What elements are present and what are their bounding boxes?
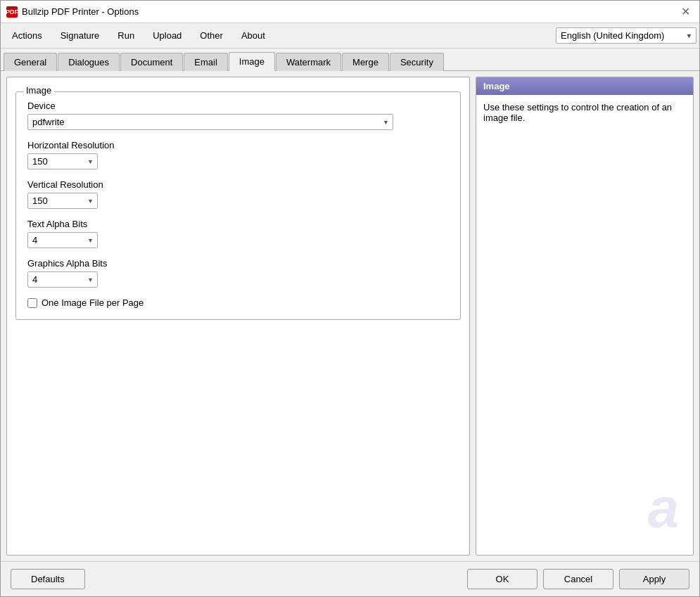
menu-other[interactable]: Other [191, 27, 231, 44]
h-res-label: Horizontal Resolution [27, 140, 449, 150]
text-alpha-select[interactable]: 1 2 4 [27, 232, 98, 248]
menu-run[interactable]: Run [109, 27, 143, 44]
one-image-row: One Image File per Page [27, 297, 449, 308]
app-icon: PDF [6, 6, 18, 18]
tab-dialogues[interactable]: Dialogues [58, 53, 120, 71]
device-row: Device pdfwrite jpeg png tiff bmp [27, 101, 449, 130]
tab-document[interactable]: Document [120, 53, 183, 71]
right-panel: Image Use these settings to control the … [476, 77, 694, 556]
tab-merge[interactable]: Merge [342, 53, 389, 71]
h-res-select[interactable]: 72 96 150 200 300 600 [27, 153, 98, 169]
tab-watermark[interactable]: Watermark [276, 53, 341, 71]
menu-upload[interactable]: Upload [144, 27, 190, 44]
device-select[interactable]: pdfwrite jpeg png tiff bmp [27, 114, 393, 130]
watermark-icon: a [648, 476, 680, 541]
close-button[interactable]: ✕ [677, 4, 694, 20]
help-text: Use these settings to control the creati… [483, 102, 672, 123]
menu-actions[interactable]: Actions [4, 27, 51, 44]
help-content: Use these settings to control the creati… [476, 95, 693, 555]
device-label: Device [27, 101, 449, 111]
v-res-label: Vertical Resolution [27, 179, 449, 190]
one-image-checkbox[interactable] [27, 298, 37, 308]
defaults-button[interactable]: Defaults [11, 569, 85, 589]
titlebar-left: PDF Bullzip PDF Printer - Options [6, 6, 139, 18]
language-select-wrapper: English (United Kingdom) English (United… [556, 27, 696, 44]
titlebar: PDF Bullzip PDF Printer - Options ✕ [1, 1, 699, 23]
footer-right: OK Cancel Apply [467, 569, 689, 589]
content-area: Image Device pdfwrite jpeg png tiff bmp [1, 71, 699, 561]
menu-bar: Actions Signature Run Upload Other About… [1, 23, 699, 49]
help-header: Image [476, 77, 693, 95]
image-group-legend: Image [23, 85, 54, 96]
graphics-alpha-select-wrapper: 1 2 4 [27, 271, 98, 288]
v-res-select-wrapper: 72 96 150 200 300 600 [27, 193, 98, 209]
footer-left: Defaults [11, 569, 85, 589]
tab-security[interactable]: Security [390, 53, 444, 71]
window-title: Bullzip PDF Printer - Options [22, 6, 139, 17]
one-image-label[interactable]: One Image File per Page [42, 297, 144, 308]
text-alpha-select-wrapper: 1 2 4 [27, 232, 98, 248]
ok-button[interactable]: OK [467, 569, 537, 589]
menu-items-group: Actions Signature Run Upload Other About [4, 27, 274, 44]
menu-about[interactable]: About [233, 27, 274, 44]
tab-email[interactable]: Email [184, 53, 228, 71]
language-selector-wrapper: English (United Kingdom) English (United… [556, 27, 696, 44]
h-res-select-wrapper: 72 96 150 200 300 600 [27, 153, 98, 169]
v-res-select[interactable]: 72 96 150 200 300 600 [27, 193, 98, 209]
main-panel: Image Device pdfwrite jpeg png tiff bmp [6, 77, 470, 556]
h-res-row: Horizontal Resolution 72 96 150 200 300 … [27, 140, 449, 169]
language-select[interactable]: English (United Kingdom) English (United… [556, 27, 696, 44]
tab-image[interactable]: Image [229, 52, 275, 71]
tab-bar: General Dialogues Document Email Image W… [1, 49, 699, 71]
footer: Defaults OK Cancel Apply [1, 561, 699, 596]
main-window: PDF Bullzip PDF Printer - Options ✕ Acti… [0, 0, 700, 597]
apply-button[interactable]: Apply [619, 569, 689, 589]
tab-general[interactable]: General [4, 53, 57, 71]
v-res-row: Vertical Resolution 72 96 150 200 300 60… [27, 179, 449, 209]
graphics-alpha-select[interactable]: 1 2 4 [27, 271, 98, 288]
cancel-button[interactable]: Cancel [543, 569, 613, 589]
image-group-box: Image Device pdfwrite jpeg png tiff bmp [15, 91, 461, 320]
help-box: Image Use these settings to control the … [476, 77, 694, 556]
graphics-alpha-label: Graphics Alpha Bits [27, 258, 449, 269]
graphics-alpha-row: Graphics Alpha Bits 1 2 4 [27, 258, 449, 288]
text-alpha-row: Text Alpha Bits 1 2 4 [27, 219, 449, 248]
text-alpha-label: Text Alpha Bits [27, 219, 449, 229]
device-select-wrapper: pdfwrite jpeg png tiff bmp [27, 114, 393, 130]
menu-signature[interactable]: Signature [52, 27, 108, 44]
